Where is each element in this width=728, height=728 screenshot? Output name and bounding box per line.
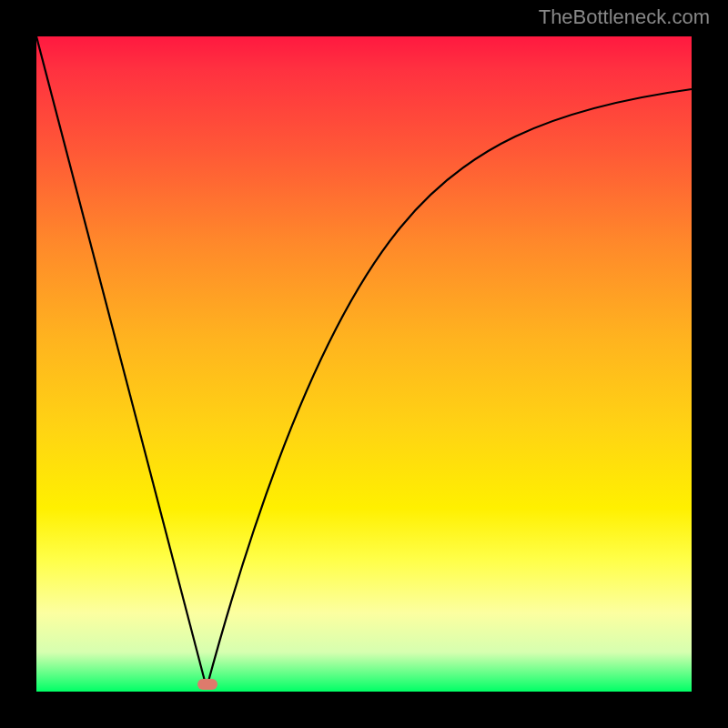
curve-right-limb (207, 89, 692, 688)
chart-plot-area (36, 36, 692, 692)
highlight-marker (197, 679, 217, 690)
curve-left-limb (36, 36, 207, 688)
chart-lines (36, 36, 692, 692)
watermark-text: TheBottleneck.com (539, 5, 710, 29)
